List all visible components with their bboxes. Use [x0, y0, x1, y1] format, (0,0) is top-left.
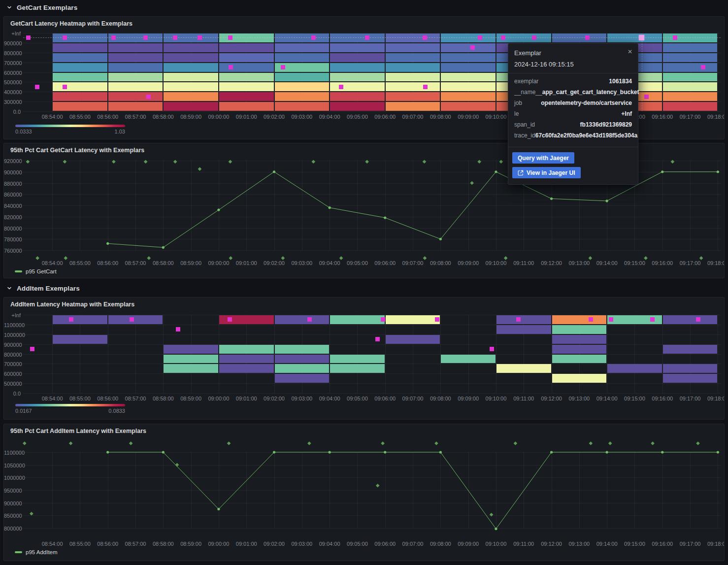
- heatmap-cell[interactable]: [164, 345, 218, 354]
- exemplar-diamond[interactable]: [26, 160, 30, 164]
- heatmap-cell[interactable]: [441, 43, 496, 52]
- exemplar-marker[interactable]: [143, 35, 148, 40]
- data-point[interactable]: [106, 451, 109, 453]
- data-point[interactable]: [384, 216, 386, 219]
- data-point[interactable]: [162, 451, 165, 453]
- exemplar-marker[interactable]: [173, 35, 177, 40]
- exemplar-marker[interactable]: [696, 317, 700, 322]
- heatmap-cell[interactable]: [53, 315, 107, 324]
- data-point[interactable]: [606, 199, 608, 202]
- heatmap-cell[interactable]: [441, 53, 496, 62]
- heatmap-cell[interactable]: [219, 355, 274, 364]
- exemplar-marker[interactable]: [423, 85, 428, 89]
- exemplar-marker[interactable]: [63, 35, 67, 40]
- heatmap-cell[interactable]: [663, 43, 718, 52]
- heatmap-cell[interactable]: [386, 335, 440, 344]
- data-point[interactable]: [661, 170, 663, 173]
- exemplar-marker[interactable]: [501, 35, 505, 40]
- heatmap-cell[interactable]: [164, 92, 218, 101]
- heatmap-cell[interactable]: [53, 335, 107, 344]
- exemplar-marker[interactable]: [198, 35, 202, 40]
- exemplar-diamond[interactable]: [339, 256, 343, 260]
- data-point[interactable]: [550, 451, 553, 453]
- exemplar-diamond[interactable]: [423, 160, 427, 164]
- exemplar-marker-selected[interactable]: [639, 35, 644, 40]
- series-legend-item[interactable]: p95 GetCart: [15, 268, 57, 274]
- exemplar-marker[interactable]: [701, 65, 705, 69]
- heatmap-cell[interactable]: [108, 82, 163, 91]
- heatmap-cell[interactable]: [275, 315, 330, 324]
- exemplar-diamond[interactable]: [504, 256, 508, 260]
- heatmap-cell[interactable]: [386, 53, 440, 62]
- heatmap-cell[interactable]: [275, 374, 330, 383]
- heatmap-cell[interactable]: [330, 43, 385, 52]
- exemplar-diamond[interactable]: [514, 441, 518, 445]
- exemplar-marker[interactable]: [176, 327, 180, 332]
- exemplar-marker[interactable]: [229, 65, 233, 69]
- heatmap-cell[interactable]: [219, 364, 274, 373]
- heatmap-cell[interactable]: [53, 63, 107, 72]
- exemplar-diamond[interactable]: [470, 181, 474, 185]
- heatmap-cell[interactable]: [219, 73, 274, 82]
- data-point[interactable]: [329, 206, 331, 209]
- data-point[interactable]: [495, 170, 497, 173]
- heatmap-cell[interactable]: [108, 53, 163, 62]
- heatmap-cell[interactable]: [164, 43, 218, 52]
- heatmap-cell[interactable]: [275, 364, 330, 373]
- heatmap-cell[interactable]: [330, 364, 385, 373]
- heatmap-cell[interactable]: [386, 43, 440, 52]
- heatmap-cell[interactable]: [386, 82, 440, 91]
- exemplar-marker[interactable]: [311, 35, 316, 40]
- exemplar-marker[interactable]: [532, 35, 536, 40]
- exemplar-marker[interactable]: [30, 347, 34, 351]
- heatmap-cell[interactable]: [552, 325, 607, 334]
- heatmap-cell[interactable]: [441, 92, 496, 101]
- heatmap-cell[interactable]: [164, 53, 218, 62]
- heatmap-cell[interactable]: [663, 73, 718, 82]
- section-header-additem[interactable]: AddItem Exemplars: [0, 282, 728, 295]
- data-point[interactable]: [106, 242, 109, 245]
- heatmap-cell[interactable]: [330, 92, 385, 101]
- exemplar-marker[interactable]: [26, 35, 31, 40]
- exemplar-marker[interactable]: [490, 347, 494, 351]
- exemplar-diamond[interactable]: [173, 160, 177, 164]
- exemplar-diamond[interactable]: [198, 167, 202, 171]
- heatmap-cell[interactable]: [219, 53, 274, 62]
- heatmap-cell[interactable]: [164, 355, 218, 364]
- exemplar-diamond[interactable]: [699, 256, 703, 260]
- exemplar-marker[interactable]: [381, 317, 385, 322]
- exemplar-diamond[interactable]: [365, 160, 369, 164]
- heatmap-cell[interactable]: [663, 92, 718, 101]
- exemplar-diamond[interactable]: [35, 256, 39, 260]
- data-point[interactable]: [217, 209, 220, 211]
- exemplar-diamond[interactable]: [112, 160, 116, 164]
- panel-header-menu[interactable]: GetCart Latency Heatmap with Exemplars: [4, 17, 724, 31]
- exemplar-marker[interactable]: [281, 65, 285, 69]
- data-point[interactable]: [439, 451, 442, 453]
- exemplar-marker[interactable]: [435, 317, 439, 322]
- heatmap-cell[interactable]: [552, 315, 607, 324]
- heatmap-cell[interactable]: [330, 82, 385, 91]
- heatmap-cell[interactable]: [164, 63, 218, 72]
- exemplar-marker[interactable]: [307, 317, 312, 322]
- exemplar-diamond[interactable]: [696, 441, 700, 445]
- exemplar-marker[interactable]: [589, 317, 593, 322]
- heatmap-cell[interactable]: [330, 63, 385, 72]
- heatmap-cell[interactable]: [53, 73, 107, 82]
- data-point[interactable]: [273, 451, 275, 453]
- exemplar-marker[interactable]: [35, 85, 39, 89]
- heatmap-cell[interactable]: [552, 345, 607, 354]
- heatmap-cell[interactable]: [386, 63, 440, 72]
- exemplar-diamond[interactable]: [376, 484, 380, 488]
- heatmap-cell[interactable]: [607, 364, 662, 373]
- heatmap-cell[interactable]: [108, 43, 163, 52]
- exemplar-diamond[interactable]: [311, 160, 315, 164]
- exemplar-diamond[interactable]: [69, 441, 73, 445]
- heatmap-cell[interactable]: [496, 325, 551, 334]
- exemplar-marker[interactable]: [365, 35, 369, 40]
- heatmap-cell[interactable]: [663, 374, 718, 383]
- heatmap-cell[interactable]: [663, 102, 718, 111]
- exemplar-diamond[interactable]: [608, 441, 612, 445]
- heatmap-cell[interactable]: [219, 102, 274, 111]
- exemplar-diamond[interactable]: [307, 441, 311, 445]
